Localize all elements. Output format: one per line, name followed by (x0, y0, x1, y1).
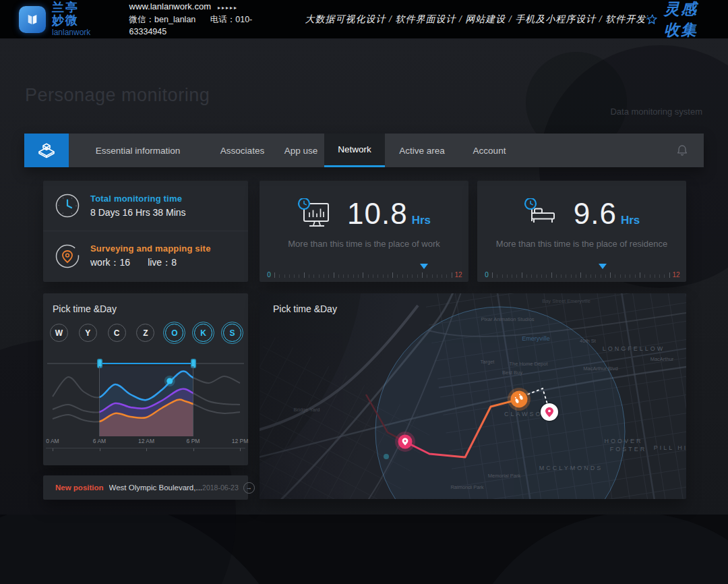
tab-app-use[interactable]: App use (278, 134, 324, 167)
scale-marker[interactable] (599, 264, 607, 269)
alert-date: 2018-06-23 (202, 484, 239, 492)
work-hours-card: 10.8Hrs More than this time is the place… (260, 181, 468, 282)
scale-tick (353, 274, 354, 278)
scale-tick (556, 274, 557, 278)
scale-tick (348, 274, 348, 278)
axis-label: 12 PM (232, 438, 249, 444)
work-hours-unit: Hrs (412, 214, 431, 227)
scale-tick (664, 274, 665, 278)
scale-tick (625, 274, 626, 278)
day-button-z[interactable]: Z (136, 324, 154, 342)
day-button-o[interactable]: O (165, 324, 183, 342)
tab-account[interactable]: Account (459, 134, 520, 167)
day-button-w[interactable]: W (50, 324, 68, 342)
scale-tick (319, 274, 320, 278)
tab-associates[interactable]: Associates (207, 134, 278, 167)
brand-name-en: lanlanwork (52, 28, 92, 37)
module-icon-button[interactable] (24, 134, 69, 167)
day-button-c[interactable]: C (108, 324, 126, 342)
map-place-label: Target (481, 359, 495, 365)
map-place-label: MacArthur (650, 356, 674, 362)
map-place-label: Raimondi Park (450, 484, 483, 490)
map-place-label: Pixar Animation Studios (481, 316, 534, 322)
scale-tick (601, 274, 601, 278)
residence-hours-unit: Hrs (621, 214, 640, 227)
map-canvas[interactable]: LONGFELLOWCLAWSONMCCLYMONDSHOOVERFOSTERP… (260, 293, 686, 499)
bed-clock-icon (524, 198, 560, 229)
scale-tick (502, 274, 503, 278)
axis-label: 0 AM (46, 438, 59, 444)
map-marker-destination[interactable] (540, 403, 559, 422)
brand-name-cn: 兰亭妙微 (52, 1, 92, 27)
scale-tick (595, 274, 596, 278)
live-label: live： (148, 257, 171, 268)
scale-tick (635, 274, 636, 278)
scale-tick (516, 274, 517, 278)
scale-tick (299, 274, 299, 278)
scale-tick (566, 274, 566, 278)
website-link[interactable]: www.lanlanwork.com (129, 1, 211, 11)
scale-tick (427, 274, 427, 278)
slider-active-range[interactable] (100, 363, 193, 364)
scale-tick (422, 272, 423, 278)
scale-tick (571, 274, 572, 278)
axis-tick (146, 448, 147, 451)
scale-tick (437, 274, 437, 278)
scale-tick (289, 274, 290, 278)
page-title: Personage monitoring (25, 85, 210, 106)
scale-tick (368, 274, 369, 278)
bell-icon[interactable] (675, 144, 689, 157)
live-value: 8 (171, 257, 177, 268)
tab-network[interactable]: Network (324, 134, 385, 167)
scale-tick (615, 274, 615, 278)
activity-chart (43, 366, 248, 436)
scale-tick (402, 274, 403, 278)
hours-scale-ruler: 0 12 (264, 270, 464, 279)
collect-label: 灵感收集 (664, 0, 713, 40)
top-header: 兰亭妙微 lanlanwork www.lanlanwork.com▸▸▸▸▸ … (0, 0, 728, 38)
notification-area (675, 134, 704, 167)
scale-tick (640, 272, 640, 278)
total-monitoring-text: Total monitoring time 8 Days 16 Hrs 38 M… (90, 194, 186, 218)
arrows-decoration: ▸▸▸▸▸ (218, 5, 238, 11)
brand-logo[interactable] (19, 6, 46, 33)
contact-block: www.lanlanwork.com▸▸▸▸▸ 微信：ben_lanlan 电话… (129, 0, 258, 38)
scale-tick (377, 274, 378, 278)
axis-tick (100, 448, 100, 451)
scale-marker[interactable] (420, 264, 428, 269)
work-label: work： (90, 257, 120, 268)
scale-tick (324, 274, 324, 278)
axis-label: 6 PM (187, 438, 200, 444)
monitoring-summary-card: Total monitoring time 8 Days 16 Hrs 38 M… (43, 181, 248, 282)
map-marker-start[interactable] (395, 432, 415, 452)
scale-tick (392, 272, 393, 278)
map-marker-current[interactable] (508, 388, 530, 411)
scale-tick (294, 274, 295, 278)
scale-tick (338, 274, 339, 278)
map-place-label: Bay Street Emeryville (542, 298, 590, 304)
scale-tick (334, 272, 334, 278)
day-button-y[interactable]: Y (79, 324, 97, 342)
scale-tick (531, 274, 532, 278)
map-card-title: Pick time &Day (273, 303, 337, 314)
inspiration-collect[interactable]: 灵感收集 (646, 0, 713, 40)
day-button-k[interactable]: K (194, 324, 212, 342)
work-value: 16 (120, 257, 131, 268)
tabs-holder: Essential informationAssociatesApp useNe… (69, 134, 520, 167)
map-place-label: Memorial Park (488, 473, 521, 479)
scale-tick (397, 274, 398, 278)
day-button-s[interactable]: S (223, 324, 241, 342)
scale-min: 0 (264, 271, 274, 279)
map-place-label: The Home Depot (509, 361, 548, 367)
scale-tick (576, 274, 576, 278)
scale-tick (358, 274, 359, 278)
alert-detail-button[interactable]: → (243, 482, 255, 494)
scale-tick (407, 274, 408, 278)
new-position-alert[interactable]: New position West Olympic Boulevard,... … (43, 475, 248, 500)
tab-essential-information[interactable]: Essential information (69, 134, 207, 167)
tab-active-area[interactable]: Active area (385, 134, 459, 167)
chart-highlight-dot[interactable] (166, 378, 173, 384)
scale-tick (526, 274, 527, 278)
map-district-label: LONGFELLOW (603, 345, 665, 352)
residence-hours-value: 9.6 (574, 197, 617, 230)
